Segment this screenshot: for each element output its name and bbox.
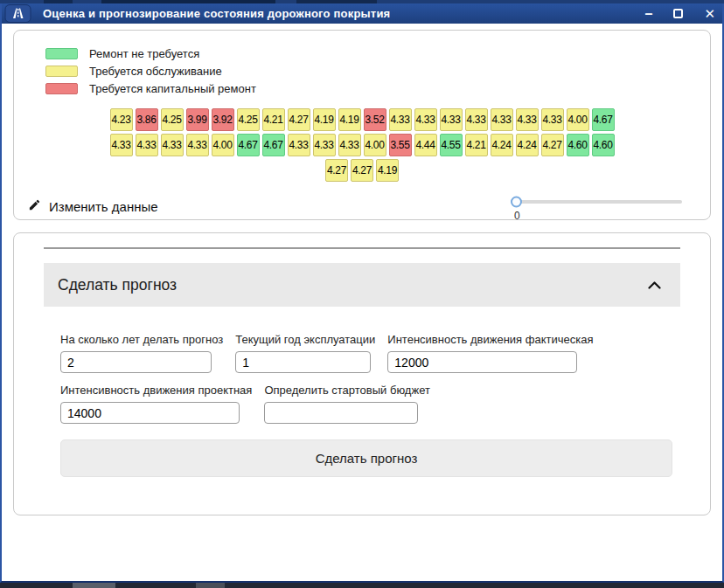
road-segment-cell: 3.52	[364, 108, 386, 131]
card-footer-row: Изменить данные 0	[14, 184, 710, 222]
road-segment-cell: 4.23	[110, 108, 133, 131]
slider-value: 0	[514, 210, 682, 222]
slider-thumb[interactable]	[511, 197, 522, 208]
field-label: На сколько лет делать прогноз	[60, 333, 223, 346]
field-label: Текущий год эксплуатации	[235, 333, 375, 346]
close-button[interactable]: ✕	[704, 6, 715, 22]
road-segment-cell: 4.19	[338, 108, 361, 131]
chevron-up-icon	[648, 281, 661, 289]
form-field: Интенсивность движения проектная	[60, 384, 252, 424]
field-label: Определить стартовый бюджет	[264, 384, 429, 397]
forecast-card: Сделать прогноз На сколько лет делать пр…	[13, 232, 711, 515]
road-segment-cell: 3.99	[186, 108, 209, 131]
road-segment-cell: 4.33	[465, 108, 488, 131]
road-segment-cell: 4.19	[376, 159, 399, 182]
legend-label: Требуется капитальный ремонт	[89, 82, 256, 95]
road-segment-cell: 4.19	[313, 108, 336, 131]
maximize-icon	[673, 9, 683, 18]
road-segment-cell: 4.00	[364, 134, 386, 156]
road-segment-cell: 4.21	[262, 108, 285, 131]
road-segment-cell: 4.00	[567, 108, 589, 131]
road-segment-cell: 4.67	[237, 134, 260, 156]
grid-row: 4.274.274.19	[14, 159, 710, 182]
road-segment-cell: 4.60	[592, 134, 615, 156]
road-segment-cell: 4.33	[136, 134, 158, 156]
grid-row: 4.233.864.253.993.924.254.214.274.194.19…	[14, 108, 710, 131]
road-segment-cell: 4.33	[389, 108, 412, 131]
legend: Ремонт не требуетсяТребуется обслуживани…	[14, 45, 710, 97]
road-icon	[4, 4, 32, 23]
field-label: Интенсивность движения фактическая	[387, 333, 593, 346]
road-segment-cell: 4.27	[288, 108, 310, 131]
legend-label: Ремонт не требуется	[89, 47, 199, 60]
form-field: Текущий год эксплуатации	[235, 333, 375, 373]
year-slider[interactable]: 0	[512, 193, 682, 222]
edit-data-button[interactable]: Изменить данные	[28, 193, 158, 214]
form-field: Интенсивность движения фактическая	[387, 333, 593, 373]
desktop-background-bottom	[0, 583, 724, 588]
road-segment-cell: 4.44	[414, 134, 437, 156]
road-segment-cell: 4.33	[338, 134, 361, 156]
road-cells-grid: 4.233.864.253.993.924.254.214.274.194.19…	[14, 108, 710, 182]
legend-item: Требуется капитальный ремонт	[45, 80, 710, 97]
road-segment-cell: 4.27	[351, 159, 373, 182]
road-segment-cell: 4.33	[186, 134, 209, 156]
road-segment-cell: 4.27	[541, 134, 564, 156]
screen: Оценка и прогнозирование состояния дорож…	[0, 0, 724, 588]
slider-track[interactable]	[512, 200, 682, 204]
divider	[44, 247, 680, 249]
form-row: На сколько лет делать прогнозТекущий год…	[60, 333, 680, 373]
pencil-icon	[28, 198, 41, 214]
legend-swatch-warn	[45, 66, 78, 77]
road-segment-cell: 4.24	[516, 134, 539, 156]
road-segment-cell: 4.24	[491, 134, 513, 156]
road-segment-cell: 4.67	[592, 108, 615, 131]
road-segment-cell: 4.27	[325, 159, 348, 182]
maximize-button[interactable]	[673, 9, 683, 18]
forecast-form: На сколько лет делать прогнозТекущий год…	[60, 333, 680, 424]
legend-swatch-good	[45, 48, 78, 59]
road-segment-cell: 4.33	[110, 134, 133, 156]
forecast-header-label: Сделать прогноз	[58, 276, 177, 294]
road-segment-cell: 4.21	[465, 134, 488, 156]
road-segment-cell: 4.67	[262, 134, 285, 156]
app-window: Оценка и прогнозирование состояния дорож…	[0, 3, 724, 583]
road-segment-cell: 3.92	[212, 108, 234, 131]
minimize-button[interactable]: –	[645, 10, 653, 18]
road-segment-cell: 4.60	[567, 134, 589, 156]
road-segment-cell: 4.25	[161, 108, 184, 131]
road-segment-cell: 4.33	[313, 134, 336, 156]
legend-label: Требуется обслуживание	[89, 65, 222, 78]
window-controls: – ✕	[645, 6, 715, 22]
road-segment-cell: 4.00	[212, 134, 234, 156]
road-segment-cell: 3.55	[389, 134, 412, 156]
window-title: Оценка и прогнозирование состояния дорож…	[43, 7, 390, 20]
forecast-years-input[interactable]	[60, 351, 212, 373]
design-traffic-input[interactable]	[60, 402, 240, 424]
legend-item: Ремонт не требуется	[45, 45, 710, 62]
forecast-accordion-header[interactable]: Сделать прогноз	[44, 263, 680, 307]
form-field: Определить стартовый бюджет	[264, 384, 429, 424]
current-year-input[interactable]	[235, 351, 371, 373]
road-segment-cell: 4.33	[491, 108, 513, 131]
road-segment-cell: 4.33	[288, 134, 310, 156]
road-segment-cell: 4.33	[541, 108, 564, 131]
make-forecast-button[interactable]: Сделать прогноз	[60, 439, 672, 477]
road-condition-card: Ремонт не требуетсяТребуется обслуживани…	[13, 30, 711, 220]
road-segment-cell: 4.33	[161, 134, 184, 156]
edit-data-label: Изменить данные	[49, 199, 158, 214]
road-segment-cell: 4.33	[440, 108, 463, 131]
form-field: На сколько лет делать прогноз	[60, 333, 223, 373]
road-segment-cell: 4.33	[516, 108, 539, 131]
grid-row: 4.334.334.334.334.004.674.674.334.334.33…	[14, 134, 710, 156]
actual-traffic-input[interactable]	[387, 351, 577, 373]
road-segment-cell: 4.25	[237, 108, 260, 131]
road-segment-cell: 4.33	[414, 108, 437, 131]
road-segment-cell: 4.55	[440, 134, 463, 156]
legend-item: Требуется обслуживание	[45, 62, 710, 80]
legend-swatch-bad	[45, 83, 78, 94]
road-segment-cell: 3.86	[136, 108, 158, 131]
field-label: Интенсивность движения проектная	[60, 384, 252, 397]
start-budget-input[interactable]	[264, 402, 418, 424]
title-bar[interactable]: Оценка и прогнозирование состояния дорож…	[2, 3, 722, 24]
